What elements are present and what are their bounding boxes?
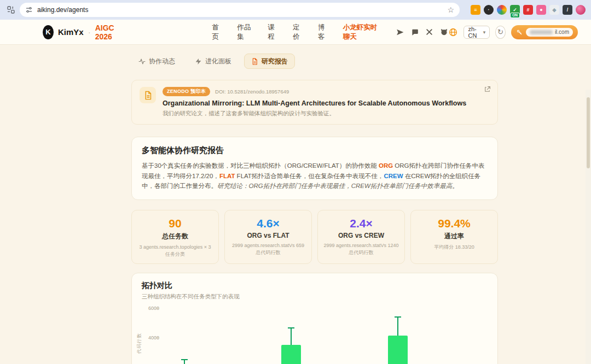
language-select[interactable]: zh-CN ▾ [463, 26, 490, 39]
y-tick-mark [155, 337, 159, 338]
external-link-icon[interactable] [484, 86, 491, 93]
stat-card-org-vs-crew: 2.4× ORG vs CREW 2999 agents.research.st… [317, 210, 405, 264]
stat-subtext: 2999 agents.research.statVs 659 总代码行数 [230, 242, 306, 256]
green-check-extension-icon[interactable]: ✓ ON [510, 5, 520, 15]
nav-link-home[interactable]: 首页 [212, 23, 223, 42]
stat-value: 99.4% [416, 217, 492, 230]
social-icons [396, 28, 448, 36]
language-value: zh-CN [468, 26, 479, 39]
chat-bubble-icon[interactable] [411, 28, 419, 36]
doi-text: DOI: 10.5281/zenodo.18957649 [215, 89, 289, 95]
brand-name: KimYx [58, 27, 84, 37]
brand-badge: AIGC 2026 [95, 24, 125, 41]
account-email: il.com [526, 28, 573, 37]
brand[interactable]: K KimYx · AIGC 2026 [43, 24, 124, 41]
browser-toolbar: aiking.dev/agents ☆ ≡ · ✓ ON # ● ◆ / [0, 0, 591, 20]
nav-link-courses[interactable]: 课程 [268, 23, 279, 42]
y-tick-mark [155, 308, 159, 309]
tab-evolution-panel[interactable]: 进化面板 [188, 54, 239, 69]
brand-separator-dot: · [88, 27, 91, 37]
pink-extension-icon[interactable]: ● [536, 5, 546, 15]
activity-icon [138, 58, 146, 65]
stat-label: ORG vs FLAT [230, 232, 306, 239]
account-blurred-text [530, 30, 553, 34]
globe-icon[interactable] [448, 27, 458, 37]
stat-value: 2.4× [323, 217, 399, 230]
main-nav: 首页 作品集 课程 定价 博客 小龙虾实时聊天 [212, 23, 381, 42]
tab-label: 协作动态 [149, 57, 175, 66]
gray-extension-icon[interactable]: ◆ [549, 5, 559, 15]
stat-subtext: 平均得分 18.33/20 [416, 244, 492, 251]
color-wheel-extension-icon[interactable] [497, 5, 507, 15]
scrollbar-track[interactable] [586, 90, 591, 364]
stat-label: ORG vs CREW [323, 232, 399, 239]
address-bar[interactable]: aiking.dev/agents ☆ [20, 3, 460, 17]
notes-extension-icon[interactable]: ≡ [471, 5, 480, 15]
error-bar [397, 317, 398, 336]
dark-square-extension-icon[interactable]: / [563, 5, 572, 15]
zenodo-badge: ZENODO 预印本 [163, 87, 210, 96]
report-segment: FLAT拓扑适合简单任务，但在复杂任务中表现不佳， [235, 173, 384, 179]
tab-collab-activity[interactable]: 协作动态 [131, 54, 182, 69]
account-pill[interactable]: il.com [511, 25, 578, 39]
report-segment: FLAT [219, 173, 235, 179]
page-content: 协作动态 进化面板 研究报告 ZENODO 预印本 DOI: 10.5281/z… [0, 45, 591, 364]
tab-label: 进化面板 [205, 57, 231, 66]
paper-card: ZENODO 预印本 DOI: 10.5281/zenodo.18957649 … [131, 80, 498, 125]
nav-link-live-chat[interactable]: 小龙虾实时聊天 [343, 23, 381, 42]
paper-document-icon [140, 87, 156, 103]
extension-on-badge: ON [510, 13, 520, 19]
chart-plot [162, 298, 490, 364]
section-tabs: 协作动态 进化面板 研究报告 [131, 54, 498, 69]
stat-label: 总任务数 [137, 232, 213, 241]
site-header: K KimYx · AIGC 2026 首页 作品集 课程 定价 博客 小龙虾实… [0, 20, 591, 45]
send-icon[interactable] [396, 28, 404, 36]
nav-link-pricing[interactable]: 定价 [293, 23, 304, 42]
report-card: 多智能体协作研究报告 基于30个真实任务的实验数据，对比三种组织拓扑（ORG/C… [131, 137, 498, 200]
paper-description: 我们的研究论文，描述了这套多智能体组织架构的设计与实验验证。 [163, 110, 466, 118]
report-segment: ORG [379, 162, 393, 169]
error-bar-cap [288, 327, 294, 328]
paper-title: Organizational Mirroring: LLM Multi-Agen… [163, 99, 466, 107]
site-settings-icon[interactable] [25, 6, 33, 14]
chart-title: 拓扑对比 [142, 281, 488, 291]
x-twitter-icon[interactable] [426, 28, 433, 36]
error-bar [291, 328, 292, 345]
bar-ORG-group3 [388, 336, 408, 364]
nav-link-blog[interactable]: 博客 [318, 23, 329, 42]
stat-card-total-tasks: 90 总任务数 3 agents.research.topologies × 3… [131, 210, 219, 264]
report-title: 多智能体协作研究报告 [142, 145, 488, 156]
browser-profile-avatar[interactable] [576, 5, 586, 15]
refresh-button[interactable]: ↻ [495, 26, 506, 39]
stat-value: 4.6× [230, 217, 306, 230]
scrollbar-thumb[interactable] [587, 97, 590, 168]
url-text[interactable]: aiking.dev/agents [37, 6, 88, 14]
tab-research-report[interactable]: 研究报告 [244, 54, 295, 69]
document-icon [251, 58, 258, 65]
report-paragraph: 基于30个真实任务的实验数据，对比三种组织拓扑（ORG/CREW/FLAT）的协… [142, 161, 488, 191]
header-right-tools: zh-CN ▾ ↻ il.com [448, 25, 578, 39]
error-bar [184, 360, 185, 364]
github-icon[interactable] [440, 28, 448, 36]
bookmark-star-icon[interactable]: ☆ [447, 6, 454, 14]
nav-link-portfolio[interactable]: 作品集 [237, 23, 253, 42]
red-grid-extension-icon[interactable]: # [523, 5, 533, 15]
report-segment: 研究结论：ORG拓扑在跨部门任务中表现最佳，CREW拓扑在单部门任务中效率最高。 [217, 183, 459, 189]
stat-card-org-vs-flat: 4.6× ORG vs FLAT 2999 agents.research.st… [224, 210, 312, 264]
tab-groups-icon[interactable] [5, 4, 16, 15]
stat-card-pass-rate: 99.4% 通过率 平均得分 18.33/20 [410, 210, 498, 264]
error-bar-cap [395, 316, 401, 318]
stat-label: 通过率 [416, 232, 492, 241]
key-icon [516, 29, 523, 36]
topology-chart-card: 拓扑对比 三种组织结构在不同任务类型下的表现 代码行数 200040006000 [131, 273, 498, 364]
chevron-down-icon: ▾ [483, 30, 486, 35]
dark-circle-extension-icon[interactable]: · [484, 5, 494, 15]
stats-row: 90 总任务数 3 agents.research.topologies × 3… [131, 210, 498, 264]
bar-ORG-group2 [281, 345, 301, 364]
brand-logo[interactable]: K [43, 25, 54, 39]
error-bar-cap [181, 359, 188, 360]
stat-subtext: 3 agents.research.topologies × 3 任务分类 [137, 244, 213, 258]
report-segment: 基于30个真实任务的实验数据，对比三种组织拓扑（ORG/CREW/FLAT）的协… [142, 162, 379, 169]
zap-icon [195, 58, 202, 65]
account-visible-text: il.com [555, 29, 569, 35]
